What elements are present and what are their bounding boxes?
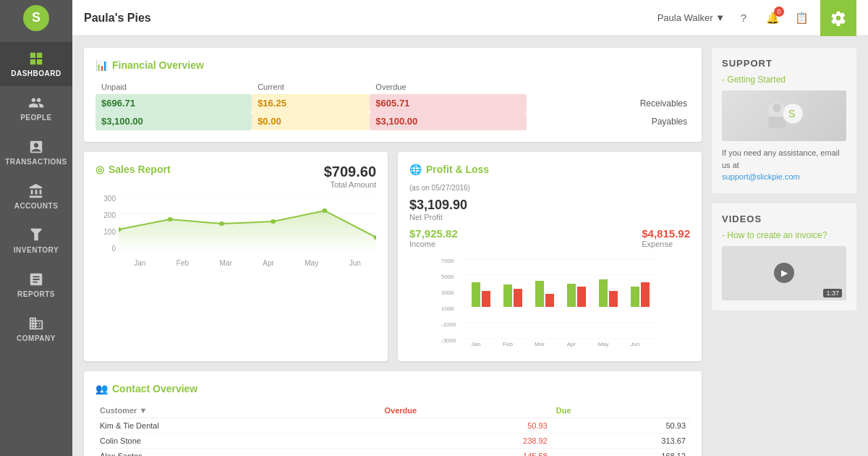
sidebar-label-people: PEOPLE bbox=[20, 114, 52, 122]
bar-chart-svg: 7000 5000 3000 1000 -1000 -3000 bbox=[409, 256, 690, 350]
svg-text:S: S bbox=[788, 108, 795, 119]
main-content: 📊 Financial Overview Unpaid Current Over… bbox=[72, 36, 868, 456]
bottom-row: 👥 Contact Overview Customer ▼ Overdue Du… bbox=[84, 371, 702, 456]
support-email[interactable]: support@slickpie.com bbox=[722, 172, 800, 181]
chart-icon: 📊 bbox=[95, 59, 108, 71]
pl-income-row: $7,925.82 Income $4,815.92 Expense bbox=[409, 227, 690, 248]
fo-overdue: $605.71 bbox=[370, 94, 526, 112]
user-menu[interactable]: Paula Walker ▼ bbox=[658, 12, 725, 23]
topbar-right: Paula Walker ▼ ? 🔔 0 📋 bbox=[658, 0, 856, 36]
financial-row: $696.71 $16.25 $605.71 Receivables bbox=[95, 94, 690, 112]
svg-rect-25 bbox=[503, 284, 512, 307]
svg-text:Mar: Mar bbox=[535, 341, 545, 347]
contact-name: Kim & Tie Dental bbox=[95, 418, 380, 434]
video-duration: 1:37 bbox=[823, 289, 842, 297]
svg-point-6 bbox=[168, 217, 173, 221]
fo-current: $16.25 bbox=[252, 94, 370, 112]
getting-started-link[interactable]: - Getting Started bbox=[722, 75, 846, 85]
sales-header: ◎ Sales Report $709.60 Total Amount bbox=[95, 164, 376, 189]
svg-point-9 bbox=[322, 208, 327, 213]
contact-row: Colin Stone 238.92 313.67 bbox=[95, 434, 690, 449]
svg-point-42 bbox=[773, 104, 781, 112]
profit-loss-card: 🌐 Profit & Loss (as on 05/27/2016) $3,10… bbox=[398, 152, 702, 361]
svg-point-7 bbox=[219, 221, 224, 226]
mid-row: ◎ Sales Report $709.60 Total Amount 3002… bbox=[84, 152, 702, 361]
financial-overview-table: Unpaid Current Overdue $696.71 $16.25 $6… bbox=[95, 80, 690, 130]
contact-row: Alex Santos 145.58 168.12 bbox=[95, 449, 690, 457]
contact-name: Alex Santos bbox=[95, 449, 380, 457]
contact-due: 50.93 bbox=[552, 418, 690, 434]
video-thumbnail[interactable]: ▶ 1:37 bbox=[722, 246, 846, 300]
svg-rect-43 bbox=[768, 117, 786, 128]
logo-area: S bbox=[0, 0, 72, 36]
pl-net-label: Net Profit bbox=[409, 213, 690, 221]
sidebar-item-people[interactable]: PEOPLE bbox=[0, 86, 72, 130]
svg-text:-1000: -1000 bbox=[441, 321, 456, 328]
sidebar-item-transactions[interactable]: TRANSACTIONS bbox=[0, 130, 72, 174]
pl-income: $7,925.82 Income bbox=[409, 227, 458, 248]
svg-rect-24 bbox=[482, 291, 490, 307]
col-current: Current bbox=[252, 80, 370, 94]
support-text: If you need any assistance, email us at … bbox=[722, 147, 846, 183]
settings-button[interactable] bbox=[820, 0, 856, 36]
y-axis-labels: 3002001000 bbox=[95, 195, 116, 253]
fo-overdue: $3,100.00 bbox=[370, 112, 526, 130]
sidebar-item-reports[interactable]: REPORTS bbox=[0, 263, 72, 307]
contact-name: Colin Stone bbox=[95, 434, 380, 449]
play-button[interactable]: ▶ bbox=[774, 263, 794, 283]
sales-icon: ◎ bbox=[95, 164, 104, 175]
sidebar-label-reports: REPORTS bbox=[17, 290, 55, 298]
right-column: SUPPORT - Getting Started S If you need … bbox=[712, 48, 856, 444]
pl-expense: $4,815.92 Expense bbox=[642, 227, 690, 248]
svg-rect-27 bbox=[535, 281, 544, 307]
svg-rect-33 bbox=[631, 287, 639, 307]
sidebar-label-transactions: TRANSACTIONS bbox=[5, 158, 67, 166]
left-column: 📊 Financial Overview Unpaid Current Over… bbox=[84, 48, 702, 444]
x-axis-labels: JanFebMarAprMayJun bbox=[119, 259, 376, 267]
sidebar-item-inventory[interactable]: INVENTORY bbox=[0, 219, 72, 263]
svg-text:7000: 7000 bbox=[441, 258, 454, 264]
svg-text:5000: 5000 bbox=[441, 274, 454, 280]
contact-overdue: 50.93 bbox=[380, 418, 551, 434]
contact-row: Kim & Tie Dental 50.93 50.93 bbox=[95, 418, 690, 434]
contact-due: 168.12 bbox=[552, 449, 690, 457]
sidebar: DASHBOARD PEOPLE TRANSACTIONS ACCOUNTS I… bbox=[0, 36, 72, 456]
financial-overview-title: 📊 Financial Overview bbox=[95, 59, 690, 71]
help-icon[interactable]: ? bbox=[733, 8, 754, 28]
chart-main bbox=[119, 195, 376, 253]
sidebar-item-accounts[interactable]: ACCOUNTS bbox=[0, 174, 72, 219]
support-thumb-inner: S bbox=[722, 90, 846, 141]
pl-date: (as on 05/27/2016) bbox=[409, 184, 690, 192]
contact-table: Customer ▼ Overdue Due Kim & Tie Dental … bbox=[95, 403, 690, 456]
contact-overdue: 238.92 bbox=[380, 434, 551, 449]
col-unpaid: Unpaid bbox=[95, 80, 252, 94]
video-link[interactable]: - How to create an invoice? bbox=[722, 230, 846, 240]
svg-rect-34 bbox=[641, 282, 650, 307]
fo-label: Receivables bbox=[527, 94, 691, 112]
svg-rect-23 bbox=[472, 282, 480, 307]
clipboard-icon[interactable]: 📋 bbox=[791, 8, 812, 28]
notifications-icon[interactable]: 🔔 0 bbox=[762, 8, 783, 28]
svg-text:Jan: Jan bbox=[472, 341, 481, 347]
col-due: Due bbox=[552, 403, 690, 418]
contact-overdue: 145.58 bbox=[380, 449, 551, 457]
sidebar-item-dashboard[interactable]: DASHBOARD bbox=[0, 42, 72, 86]
sidebar-item-company[interactable]: COMPANY bbox=[0, 307, 72, 351]
svg-text:-3000: -3000 bbox=[441, 337, 456, 344]
financial-overview-card: 📊 Financial Overview Unpaid Current Over… bbox=[84, 48, 702, 142]
col-customer: Customer ▼ bbox=[95, 403, 380, 418]
video-panel: VIDEOS - How to create an invoice? ▶ 1:3… bbox=[712, 203, 856, 311]
sidebar-label-accounts: ACCOUNTS bbox=[14, 202, 59, 210]
contact-overview-title: 👥 Contact Overview bbox=[95, 383, 690, 394]
contact-icon: 👥 bbox=[95, 383, 108, 394]
globe-icon: 🌐 bbox=[409, 164, 422, 175]
logo: S bbox=[23, 5, 49, 31]
svg-rect-31 bbox=[599, 279, 608, 307]
line-chart-svg bbox=[119, 195, 376, 253]
sales-report-title: ◎ Sales Report bbox=[95, 164, 171, 175]
fo-unpaid: $3,100.00 bbox=[95, 112, 252, 130]
company-name: Paula's Pies bbox=[84, 12, 151, 25]
svg-rect-28 bbox=[545, 294, 554, 307]
notif-badge: 0 bbox=[774, 7, 784, 17]
sidebar-label-dashboard: DASHBOARD bbox=[11, 69, 61, 77]
